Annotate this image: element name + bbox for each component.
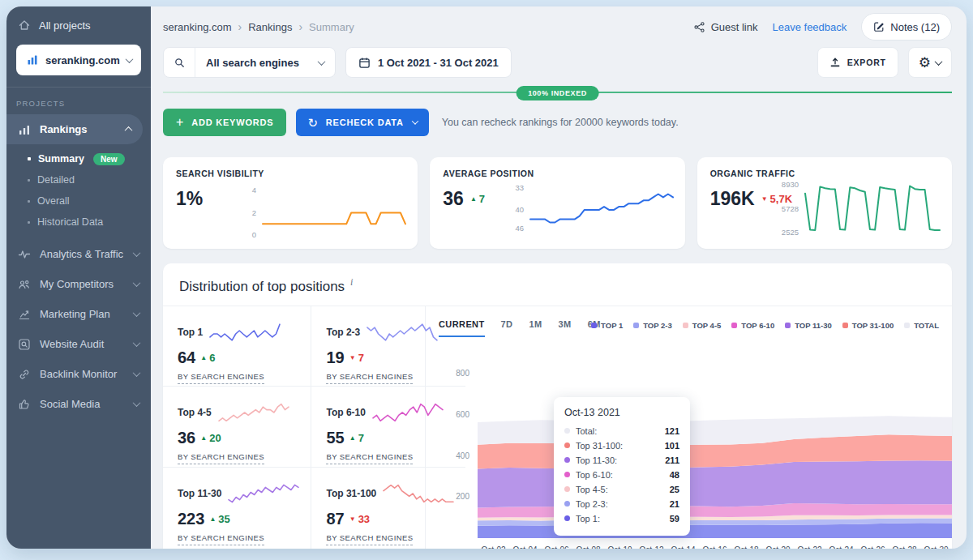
position-value: 55 bbox=[326, 429, 344, 447]
legend-label: TOP 2-3 bbox=[643, 321, 672, 330]
card-value: 1% bbox=[176, 188, 203, 210]
legend-item-top-11-30[interactable]: TOP 11-30 bbox=[785, 321, 832, 330]
upload-icon bbox=[829, 57, 841, 68]
chart-legend: TOP 1TOP 2-3TOP 4-5TOP 6-10TOP 11-30TOP … bbox=[591, 321, 939, 330]
all-projects-link[interactable]: All projects bbox=[6, 6, 151, 40]
notes-button[interactable]: Notes (12) bbox=[861, 13, 952, 41]
legend-item-total[interactable]: TOTAL bbox=[904, 321, 939, 330]
position-label: Top 2-3 bbox=[326, 327, 360, 338]
main-content: seranking.com › Rankings › Summary Guest… bbox=[151, 6, 967, 549]
legend-item-top-6-10[interactable]: TOP 6-10 bbox=[731, 321, 774, 330]
breadcrumb-rankings[interactable]: Rankings bbox=[248, 21, 292, 33]
sidebar-item-label: Analytics & Traffic bbox=[40, 248, 125, 260]
arrow-down-icon: ▼ bbox=[349, 515, 356, 523]
y-axis-tick: 400 bbox=[439, 451, 469, 460]
breadcrumb-project[interactable]: seranking.com bbox=[163, 21, 232, 33]
position-delta: ▼7 bbox=[349, 352, 364, 364]
series-dot-icon bbox=[564, 428, 570, 434]
tab-3m[interactable]: 3M bbox=[559, 319, 572, 337]
by-search-engines-link[interactable]: BY SEARCH ENGINES bbox=[326, 452, 413, 464]
sidebar-item-marketing-plan[interactable]: Marketing Plan bbox=[6, 299, 151, 329]
x-axis-labels: Oct-02Oct-04Oct-06Oct-08Oct-10Oct-12Oct-… bbox=[439, 545, 952, 549]
bullet-icon bbox=[28, 200, 30, 203]
chevron-down-icon bbox=[133, 279, 141, 287]
project-selector[interactable]: seranking.com bbox=[16, 45, 141, 75]
position-card-top-4-5[interactable]: Top 4-536▲20BY SEARCH ENGINES bbox=[163, 387, 311, 468]
share-icon bbox=[693, 21, 705, 33]
delta-value: 6 bbox=[209, 352, 215, 364]
sidebar-item-label: Rankings bbox=[40, 123, 117, 135]
sidebar-item-backlink-monitor[interactable]: Backlink Monitor bbox=[6, 359, 151, 389]
by-search-engines-link[interactable]: BY SEARCH ENGINES bbox=[178, 533, 264, 545]
legend-label: TOP 1 bbox=[601, 321, 623, 330]
backlink-icon bbox=[18, 368, 31, 381]
guest-link-button[interactable]: Guest link bbox=[693, 21, 758, 33]
bar-chart-icon bbox=[26, 53, 39, 66]
legend-item-top-4-5[interactable]: TOP 4-5 bbox=[683, 321, 722, 330]
bullet-icon bbox=[28, 179, 30, 182]
chevron-down-icon bbox=[133, 249, 141, 257]
tab-current[interactable]: CURRENT bbox=[439, 319, 485, 337]
export-button[interactable]: EXPORT bbox=[817, 47, 898, 78]
sidebar-item-label: Marketing Plan bbox=[40, 308, 125, 320]
date-range-picker[interactable]: 1 Oct 2021 - 31 Oct 2021 bbox=[345, 47, 512, 78]
project-name: seranking.com bbox=[45, 54, 120, 66]
chart-tooltip: Oct-13 2021 Total:121Top 31-100:101Top 1… bbox=[554, 397, 690, 536]
legend-item-top-2-3[interactable]: TOP 2-3 bbox=[633, 321, 672, 330]
sidebar-subitem-overall[interactable]: Overall bbox=[6, 190, 151, 212]
tooltip-label: Top 6-10: bbox=[576, 470, 664, 480]
by-search-engines-link[interactable]: BY SEARCH ENGINES bbox=[326, 372, 413, 384]
by-search-engines-link[interactable]: BY SEARCH ENGINES bbox=[178, 372, 264, 384]
info-icon[interactable]: i bbox=[350, 276, 353, 288]
settings-button[interactable]: ⚙ bbox=[908, 47, 952, 78]
recheck-data-button[interactable]: ↻ RECHECK DATA bbox=[296, 109, 428, 136]
x-axis-tick: Oct-28 bbox=[892, 545, 916, 549]
search-engine-select[interactable]: All search engines bbox=[163, 47, 336, 78]
chevron-down-icon bbox=[125, 55, 133, 63]
sidebar-subitem-summary[interactable]: SummaryNew bbox=[6, 148, 151, 169]
series-dot-icon bbox=[564, 457, 570, 463]
tooltip-label: Top 2-3: bbox=[576, 499, 664, 509]
leave-feedback-link[interactable]: Leave feedback bbox=[773, 21, 847, 33]
sidebar-subitem-historical-data[interactable]: Historical Data bbox=[6, 212, 151, 233]
tooltip-date: Oct-13 2021 bbox=[564, 407, 679, 418]
position-delta: ▲35 bbox=[209, 513, 229, 525]
sidebar-subitem-detailed[interactable]: Detailed bbox=[6, 169, 151, 190]
legend-item-top-1[interactable]: TOP 1 bbox=[591, 321, 623, 330]
y-axis-tick: 200 bbox=[439, 492, 469, 501]
position-card-top-11-30[interactable]: Top 11-30223▲35BY SEARCH ENGINES bbox=[163, 468, 311, 549]
tooltip-row: Top 2-3:21 bbox=[564, 499, 679, 509]
breadcrumb: seranking.com › Rankings › Summary bbox=[163, 20, 693, 33]
svg-text:33: 33 bbox=[515, 183, 524, 192]
sidebar-item-rankings[interactable]: Rankings bbox=[6, 114, 143, 144]
sidebar-item-social-media[interactable]: Social Media bbox=[6, 389, 151, 419]
series-dot-icon bbox=[564, 442, 570, 448]
series-dot-icon bbox=[564, 472, 570, 477]
svg-text:5728: 5728 bbox=[782, 204, 799, 213]
sidebar-item-my-competitors[interactable]: My Competitors bbox=[6, 269, 151, 299]
legend-item-top-31-100[interactable]: TOP 31-100 bbox=[842, 321, 894, 330]
delta-value: 7 bbox=[358, 352, 364, 364]
by-search-engines-link[interactable]: BY SEARCH ENGINES bbox=[326, 533, 413, 545]
card-delta: ▲7 bbox=[470, 193, 485, 205]
pulse-icon bbox=[18, 248, 31, 261]
home-icon bbox=[18, 19, 31, 32]
sidebar-item-website-audit[interactable]: Website Audit bbox=[6, 329, 151, 359]
x-axis-tick: Oct-04 bbox=[512, 545, 537, 549]
sparkline-chart: 420 bbox=[237, 175, 411, 245]
legend-swatch-icon bbox=[633, 323, 639, 328]
tab-7d[interactable]: 7D bbox=[501, 319, 513, 337]
add-keywords-button[interactable]: + ADD KEYWORDS bbox=[163, 109, 286, 136]
tooltip-row: Top 6-10:48 bbox=[564, 470, 679, 480]
sidebar-item-label: Backlink Monitor bbox=[40, 368, 125, 380]
by-search-engines-link[interactable]: BY SEARCH ENGINES bbox=[178, 452, 264, 464]
x-axis-tick: Oct-26 bbox=[860, 545, 885, 549]
arrow-down-icon: ▼ bbox=[761, 195, 768, 203]
chevron-up-icon bbox=[125, 126, 133, 135]
sidebar-item-analytics-traffic[interactable]: Analytics & Traffic bbox=[6, 239, 151, 269]
x-axis-tick: Oct-08 bbox=[576, 545, 600, 549]
position-mini-cards: Top 164▲6BY SEARCH ENGINESTop 2-319▼7BY … bbox=[163, 306, 426, 549]
svg-text:40: 40 bbox=[515, 205, 524, 214]
position-card-top-1[interactable]: Top 164▲6BY SEARCH ENGINES bbox=[163, 306, 311, 387]
tab-1m[interactable]: 1M bbox=[529, 319, 542, 337]
